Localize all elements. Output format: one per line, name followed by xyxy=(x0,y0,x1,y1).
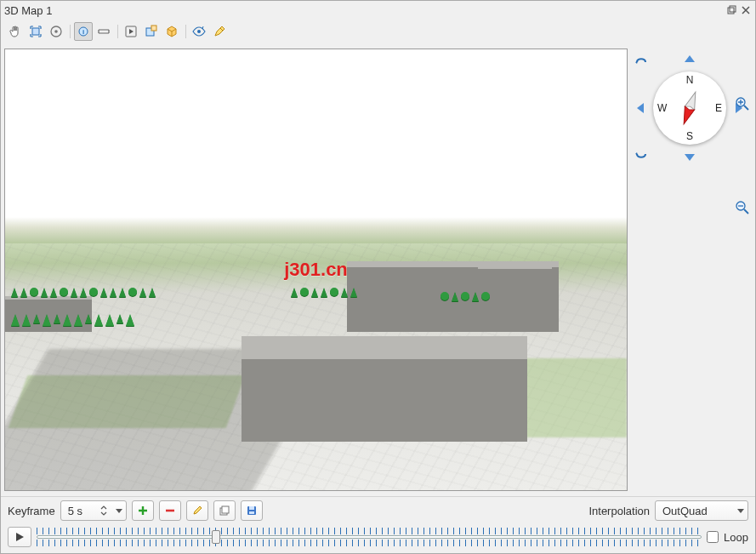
nav-panel: N S E W xyxy=(628,43,755,496)
svg-rect-1 xyxy=(730,6,736,12)
save-animation-button[interactable] xyxy=(241,500,263,521)
zoom-out-icon[interactable] xyxy=(733,198,752,217)
toolbar-separator xyxy=(183,22,188,41)
chevron-down-icon xyxy=(737,509,744,513)
main-content: j301.cn N S E W xyxy=(1,43,755,496)
configure-icon[interactable] xyxy=(210,22,229,41)
svg-rect-2 xyxy=(32,28,39,35)
play-button[interactable] xyxy=(8,527,31,547)
main-toolbar: i xyxy=(1,20,755,43)
pan-up-icon[interactable] xyxy=(680,50,699,69)
app-window: 3D Map 1 i xyxy=(0,0,756,554)
close-window-icon[interactable] xyxy=(740,4,752,16)
compass-n: N xyxy=(686,74,694,86)
keyframe-label: Keyframe xyxy=(8,505,55,517)
window-title: 3D Map 1 xyxy=(4,4,725,17)
titlebar: 3D Map 1 xyxy=(1,1,755,20)
timeline-handle[interactable] xyxy=(212,530,220,544)
3d-viewport[interactable]: j301.cn xyxy=(4,49,628,491)
svg-text:i: i xyxy=(82,28,84,36)
interpolation-label: Interpolation xyxy=(588,505,650,517)
toolbar-separator xyxy=(115,22,120,41)
pan-left-icon[interactable] xyxy=(632,99,651,117)
interpolation-value: OutQuad xyxy=(662,505,708,517)
svg-rect-0 xyxy=(728,8,734,14)
compass-e: E xyxy=(715,102,722,114)
zoom-in-icon[interactable] xyxy=(733,94,752,113)
compass[interactable]: N S E W xyxy=(653,71,726,145)
keyframe-duration-value: 5 s xyxy=(68,505,82,517)
tilt-down-icon[interactable] xyxy=(632,147,651,166)
svg-rect-16 xyxy=(249,506,254,510)
svg-rect-14 xyxy=(222,506,229,513)
loop-checkbox[interactable] xyxy=(707,531,719,543)
tilt-up-icon[interactable] xyxy=(632,50,651,69)
edit-keyframe-button[interactable] xyxy=(186,500,208,521)
toggle-onscreen-nav-icon[interactable] xyxy=(47,22,65,41)
toolbar-separator xyxy=(67,22,72,41)
add-keyframe-button[interactable] xyxy=(132,500,154,521)
zoom-full-icon[interactable] xyxy=(26,22,45,41)
svg-point-10 xyxy=(197,30,201,33)
svg-point-4 xyxy=(54,30,58,33)
duplicate-keyframe-button[interactable] xyxy=(213,500,236,521)
compass-w: W xyxy=(657,102,667,114)
stepper-icon xyxy=(100,505,107,516)
pan-tool-icon[interactable] xyxy=(6,22,25,41)
interpolation-combo[interactable]: OutQuad xyxy=(655,500,748,521)
identify-tool-icon[interactable]: i xyxy=(74,22,93,41)
keyframe-duration-combo[interactable]: 5 s xyxy=(60,500,127,521)
view-options-icon[interactable] xyxy=(190,22,208,41)
save-image-icon[interactable] xyxy=(142,22,161,41)
remove-keyframe-button[interactable] xyxy=(159,500,181,521)
loop-label: Loop xyxy=(724,531,748,544)
measure-tool-icon[interactable] xyxy=(94,22,113,41)
animation-icon[interactable] xyxy=(122,22,140,41)
chevron-down-icon xyxy=(116,509,122,513)
pan-down-icon[interactable] xyxy=(680,147,699,166)
svg-rect-9 xyxy=(151,26,156,31)
timeline-slider[interactable] xyxy=(37,526,702,548)
compass-s: S xyxy=(686,130,693,142)
export-3d-icon[interactable] xyxy=(162,22,181,41)
animation-panel: Keyframe 5 s Interpol xyxy=(1,496,755,553)
svg-rect-17 xyxy=(249,511,254,514)
restore-window-icon[interactable] xyxy=(726,4,738,16)
